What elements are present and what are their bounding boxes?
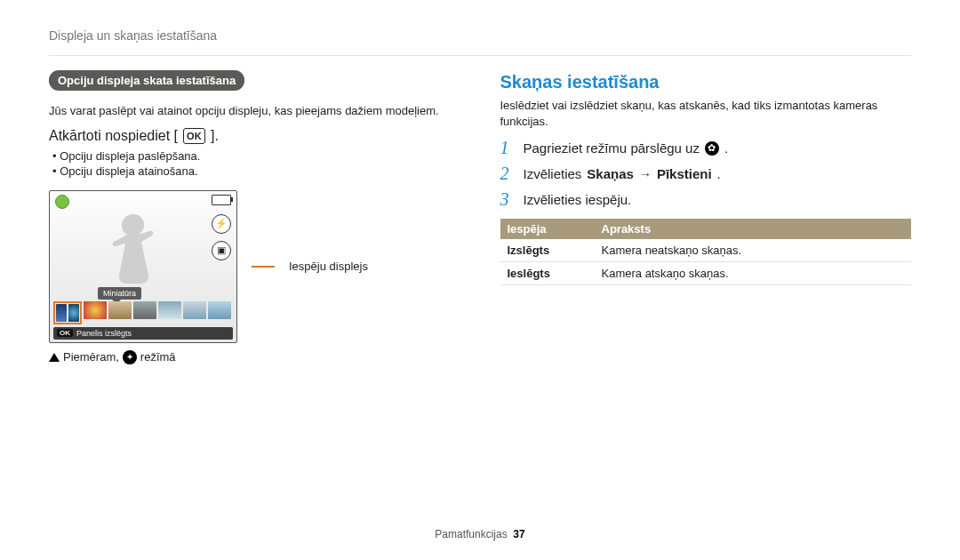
ok-mini-icon: OK: [57, 329, 73, 337]
up-triangle-icon: [49, 353, 60, 362]
camera-screen-mock: ⚡ ▣ Miniatūra: [49, 190, 237, 343]
page: Displeja un skaņas iestatīšana Opciju di…: [0, 0, 960, 560]
footer-label: Pamatfunkcijas: [435, 528, 507, 540]
step-number: 3: [500, 189, 518, 210]
thumbnail-selection: [53, 301, 82, 324]
step-number: 1: [500, 138, 518, 158]
thumbnail: [133, 301, 156, 319]
thumbnail: [158, 301, 181, 319]
cell-option: Ieslēgts: [500, 262, 595, 285]
left-intro: Jūs varat paslēpt vai atainot opciju dis…: [49, 103, 460, 119]
gear-icon: ✿: [705, 141, 719, 156]
thumbnail-strip: [53, 301, 233, 324]
page-footer: Pamatfunkcijas 37: [0, 528, 960, 540]
bullet-item: Opciju displeja atainošana.: [52, 164, 460, 178]
breadcrumb: Displeja un skaņas iestatīšana: [49, 28, 911, 43]
cell-desc: Kamera neatskaņo skaņas.: [595, 239, 912, 262]
thumbnail: [84, 301, 107, 319]
example-pre: Piemēram,: [63, 350, 119, 364]
thumbnail: [56, 304, 67, 322]
miniatura-tooltip: Miniatūra: [98, 287, 141, 300]
screen-footer: OK Panelis izslēgts: [53, 327, 233, 340]
right-intro: Ieslēdziet vai izslēdziet skaņu, kas ats…: [500, 98, 912, 129]
page-number: 37: [513, 528, 524, 540]
mode-dot-icon: [55, 195, 69, 209]
table-row: Izslēgts Kamera neatskaņo skaņas.: [500, 239, 912, 262]
example-line: Piemēram, ✦ režīmā: [49, 350, 460, 364]
options-table: Iespēja Apraksts Izslēgts Kamera neatska…: [500, 219, 912, 285]
step-1: 1 Pagrieziet režīmu pārslēgu uz ✿ .: [500, 138, 912, 158]
screen-footer-text: Panelis izslēgts: [76, 329, 132, 338]
columns: Opciju displeja skata iestatīšana Jūs va…: [49, 70, 911, 364]
thumbnail: [68, 304, 79, 322]
step-number: 2: [500, 164, 518, 184]
press-ok-line: Atkārtoti nospiediet [ OK ].: [49, 128, 460, 144]
cell-option: Izslēgts: [500, 239, 595, 262]
step-post: .: [724, 140, 728, 156]
sound-settings-heading: Skaņas iestatīšana: [500, 72, 912, 92]
callout-line: [252, 266, 275, 268]
arrow-icon: →: [639, 167, 652, 181]
section-pill: Opciju displeja skata iestatīšana: [49, 70, 244, 91]
step-2: 2 Izvēlieties Skaņas → Pīkstieni .: [500, 164, 912, 184]
bullet-list: Opciju displeja paslēpšana. Opciju displ…: [52, 149, 460, 178]
press-pre: Atkārtoti nospiediet [: [49, 128, 178, 144]
step-text: Izvēlieties: [524, 166, 582, 181]
table-header-desc: Apraksts: [595, 219, 912, 239]
press-post: ].: [211, 128, 219, 144]
single-shot-icon: ▣: [212, 241, 231, 260]
step-post: .: [717, 166, 721, 181]
step-bold: Skaņas: [587, 166, 634, 181]
step-text: Izvēlieties iespēju.: [524, 192, 632, 207]
table-row: Ieslēgts Kamera atskaņo skaņas.: [500, 262, 912, 285]
flash-icon: ⚡: [212, 214, 231, 234]
camera-mode-icon: ✦: [123, 350, 137, 364]
step-text: Pagrieziet režīmu pārslēgu uz: [524, 140, 700, 156]
screen-topbar: [55, 195, 231, 209]
table-header-option: Iespēja: [500, 219, 595, 239]
right-column: Skaņas iestatīšana Ieslēdziet vai izslēd…: [500, 70, 912, 364]
left-column: Opciju displeja skata iestatīšana Jūs va…: [49, 70, 460, 364]
callout-label: Iespēju displejs: [289, 260, 368, 273]
divider: [49, 55, 911, 56]
ok-key-icon: OK: [183, 128, 205, 144]
step-3: 3 Izvēlieties iespēju.: [500, 189, 912, 210]
bullet-item: Opciju displeja paslēpšana.: [52, 149, 460, 163]
step-bold: Pīkstieni: [657, 166, 712, 181]
thumbnail: [208, 301, 231, 319]
screen-right-icons: ⚡ ▣: [212, 214, 231, 260]
thumbnail: [183, 301, 206, 319]
thumbnail: [108, 301, 132, 319]
example-post: režīmā: [140, 350, 176, 364]
battery-icon: [212, 195, 231, 205]
person-silhouette: [91, 209, 180, 289]
cell-desc: Kamera atskaņo skaņas.: [595, 262, 912, 285]
screen-mock-row: ⚡ ▣ Miniatūra: [49, 190, 460, 343]
